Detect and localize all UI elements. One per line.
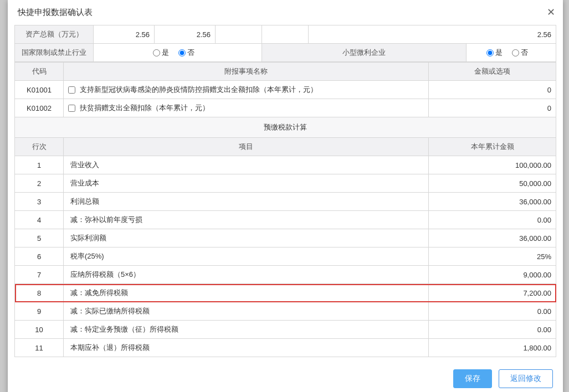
tax-row-line: 9 [15,302,64,321]
tax-row-item: 营业收入 [64,156,429,174]
asset-label: 资产总额（万元） [15,25,94,44]
tax-row-line: 11 [15,339,64,357]
tax-row-line: 1 [15,156,64,174]
restrict-no-radio[interactable] [178,49,186,56]
small-yes-radio[interactable] [486,49,494,56]
tax-row: 9减：实际已缴纳所得税额0.00 [15,302,556,321]
small-no-option[interactable]: 否 [512,48,528,56]
modal-body: 资产总额（万元） 2.56 2.56 2.56 国家限制或禁止行业 是 否 小型… [8,25,563,363]
tax-row-item: 税率(25%) [64,247,429,266]
asset-v1: 2.56 [94,25,155,44]
tax-row-amount: 25% [429,247,556,266]
tax-row-item: 减：减免所得税额 [64,284,429,302]
tax-row: 2营业成本50,000.00 [15,174,556,193]
restrict-radio-group: 是 否 [94,44,262,62]
tax-row-item: 利润总额 [64,193,429,211]
tax-row-item: 减：弥补以前年度亏损 [64,211,429,229]
asset-v2: 2.56 [155,25,216,44]
tax-row: 4减：弥补以前年度亏损0.00 [15,211,556,229]
tax-row: 7应纳所得税额（5×6）9,000.00 [15,266,556,284]
back-button[interactable]: 返回修改 [499,369,553,388]
restrict-label: 国家限制或禁止行业 [15,44,94,62]
tax-row-item: 本期应补（退）所得税额 [64,339,429,357]
tax-row: 3利润总额36,000.00 [15,193,556,211]
tax-header-line: 行次 [15,138,64,156]
tax-row-line: 5 [15,229,64,247]
tax-row-amount: 7,200.00 [429,284,556,302]
save-button[interactable]: 保存 [453,369,492,388]
modal-title: 快捷申报数据确认表 [18,7,93,17]
tax-row: 11本期应补（退）所得税额1,800.00 [15,339,556,357]
tax-header-amount: 本年累计金额 [429,138,556,156]
attach-table: 代码 附报事项名称 金额或选项 K01001 支持新型冠状病毒感染的肺炎疫情防控… [14,62,556,357]
attach-row-item: 扶贫捐赠支出全额扣除（本年累计，元） [64,99,429,117]
attach-row-amount: 0 [429,99,556,117]
attach-row-item-label: 扶贫捐赠支出全额扣除（本年累计，元） [80,104,209,112]
tax-row: 5实际利润额36,000.00 [15,229,556,247]
modal-dialog: 快捷申报数据确认表 ✕ 资产总额（万元） 2.56 2.56 2.56 国家限制… [8,0,563,392]
tax-row-line: 8 [15,284,64,302]
small-no-radio[interactable] [512,49,519,56]
modal-footer: 保存 返回修改 [8,363,563,392]
tax-row: 6税率(25%)25% [15,247,556,266]
restrict-no-option[interactable]: 否 [178,48,194,56]
tax-row-line: 7 [15,266,64,284]
tax-row-item: 实际利润额 [64,229,429,247]
asset-v3 [216,25,262,44]
attach-row: K01001 支持新型冠状病毒感染的肺炎疫情防控捐赠支出全额扣除（本年累计，元）… [15,81,556,99]
asset-row: 资产总额（万元） 2.56 2.56 2.56 [15,25,556,44]
tax-row-line: 6 [15,247,64,266]
asset-v4 [262,25,309,44]
restrict-yes-option[interactable]: 是 [153,48,169,56]
tax-row-item: 减：实际已缴纳所得税额 [64,302,429,321]
tax-row-item: 营业成本 [64,174,429,193]
tax-header-item: 项目 [64,138,429,156]
attach-header-code: 代码 [15,63,64,81]
tax-row-line: 2 [15,174,64,193]
small-yes-option[interactable]: 是 [486,48,503,56]
tax-row-amount: 9,000.00 [429,266,556,284]
attach-row-checkbox[interactable] [68,105,75,112]
asset-v5: 2.56 [309,25,556,44]
tax-row-item: 减：特定业务预缴（征）所得税额 [64,321,429,339]
attach-row: K01002 扶贫捐赠支出全额扣除（本年累计，元）0 [15,99,556,117]
restrict-yes-radio[interactable] [153,49,160,56]
info-table: 资产总额（万元） 2.56 2.56 2.56 国家限制或禁止行业 是 否 小型… [14,25,556,62]
tax-row-amount: 0.00 [429,211,556,229]
tax-row-amount: 36,000.00 [429,229,556,247]
tax-row-amount: 50,000.00 [429,174,556,193]
small-enterprise-radio-group: 是 否 [466,44,556,62]
tax-row-line: 3 [15,193,64,211]
tax-row-line: 10 [15,321,64,339]
close-icon[interactable]: ✕ [547,7,555,17]
tax-row-amount: 100,000.00 [429,156,556,174]
tax-row-item: 应纳所得税额（5×6） [64,266,429,284]
attach-header-row: 代码 附报事项名称 金额或选项 [15,63,556,81]
tax-row-amount: 0.00 [429,302,556,321]
attach-row-code: K01002 [15,99,64,117]
small-enterprise-label: 小型微利企业 [262,44,467,62]
tax-row-line: 4 [15,211,64,229]
modal-header: 快捷申报数据确认表 ✕ [8,0,563,25]
tax-row-amount: 1,800.00 [429,339,556,357]
attach-row-item-label: 支持新型冠状病毒感染的肺炎疫情防控捐赠支出全额扣除（本年累计，元） [80,85,317,94]
tax-row: 8减：减免所得税额7,200.00 [15,284,556,302]
tax-row: 1营业收入100,000.00 [15,156,556,174]
attach-row-code: K01001 [15,81,64,99]
tax-row-amount: 36,000.00 [429,193,556,211]
tax-row: 10减：特定业务预缴（征）所得税额0.00 [15,321,556,339]
restrict-row: 国家限制或禁止行业 是 否 小型微利企业 是 否 [15,44,556,62]
tax-section-title: 预缴税款计算 [15,117,556,138]
attach-header-amount: 金额或选项 [429,63,556,81]
tax-header-row: 行次 项目 本年累计金额 [15,138,556,156]
attach-header-item: 附报事项名称 [64,63,429,81]
attach-row-item: 支持新型冠状病毒感染的肺炎疫情防控捐赠支出全额扣除（本年累计，元） [64,81,429,99]
tax-row-amount: 0.00 [429,321,556,339]
attach-row-checkbox[interactable] [68,86,75,94]
attach-row-amount: 0 [429,81,556,99]
